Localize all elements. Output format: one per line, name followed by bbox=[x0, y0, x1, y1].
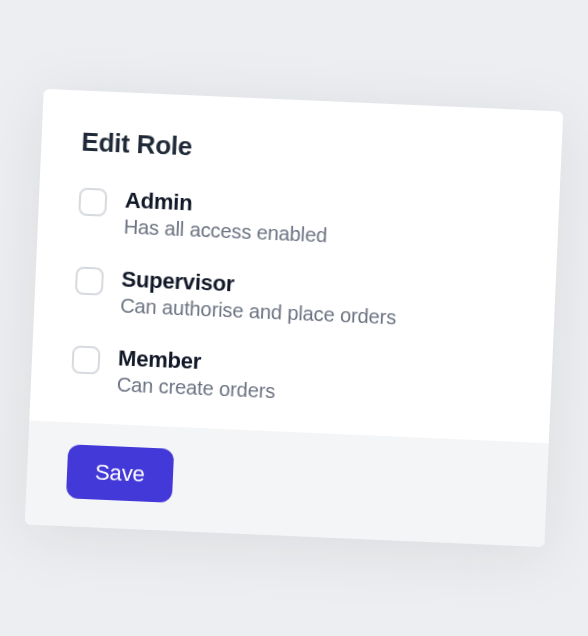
role-item-supervisor: Supervisor Can authorise and place order… bbox=[74, 264, 516, 334]
role-label: Member bbox=[118, 345, 277, 378]
role-item-admin: Admin Has all access enabled bbox=[77, 186, 519, 256]
card-footer: Save bbox=[25, 421, 549, 548]
edit-role-card: Edit Role Admin Has all access enabled S… bbox=[25, 89, 564, 547]
save-button[interactable]: Save bbox=[66, 444, 174, 503]
card-body: Edit Role Admin Has all access enabled S… bbox=[29, 89, 563, 443]
checkbox-member[interactable] bbox=[71, 345, 100, 374]
role-list: Admin Has all access enabled Supervisor … bbox=[70, 186, 519, 414]
checkbox-admin[interactable] bbox=[78, 188, 107, 217]
role-description: Can create orders bbox=[116, 373, 275, 403]
role-text: Supervisor Can authorise and place order… bbox=[120, 266, 398, 329]
checkbox-supervisor[interactable] bbox=[75, 266, 104, 295]
role-text: Admin Has all access enabled bbox=[123, 188, 329, 248]
role-text: Member Can create orders bbox=[116, 345, 276, 403]
role-item-member: Member Can create orders bbox=[70, 343, 512, 413]
card-title: Edit Role bbox=[81, 127, 522, 177]
